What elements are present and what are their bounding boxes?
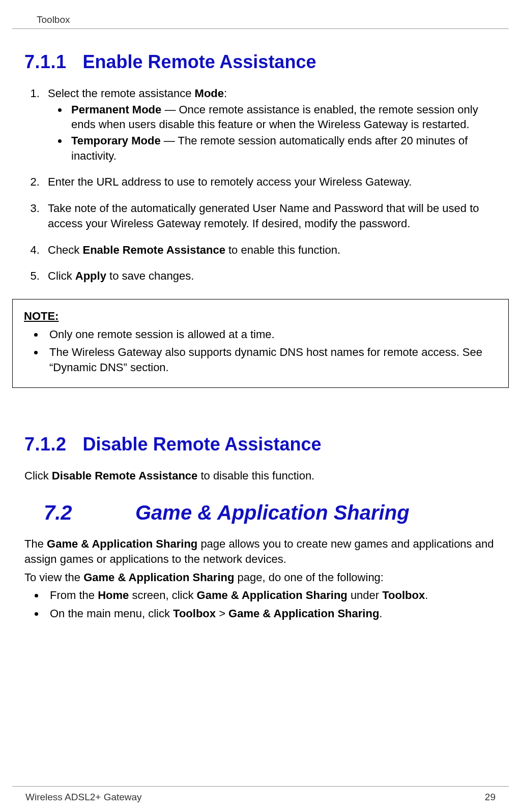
text: Select the remote assistance xyxy=(48,87,195,100)
text: Check xyxy=(48,244,82,256)
gas-bold: Game & Application Sharing xyxy=(197,589,348,602)
enable-remote-bold: Enable Remote Assistance xyxy=(82,244,225,256)
page-content: 7.1.1Enable Remote Assistance Select the… xyxy=(0,29,521,284)
gas-bold: Game & Application Sharing xyxy=(47,537,197,550)
note-box: NOTE: Only one remote session is allowed… xyxy=(12,299,509,388)
text: . xyxy=(425,589,428,602)
text: To view the xyxy=(24,571,83,584)
mode-bullets: Permanent Mode — Once remote assistance … xyxy=(68,102,497,164)
text: Click xyxy=(24,469,52,482)
footer-page-number: 29 xyxy=(485,792,496,803)
page-footer: Wireless ADSL2+ Gateway 29 xyxy=(12,786,509,803)
note-item-1: Only one remote session is allowed at a … xyxy=(44,327,497,342)
text: to save changes. xyxy=(106,269,194,282)
note-list: Only one remote session is allowed at a … xyxy=(44,327,497,375)
gas-bold: Game & Application Sharing xyxy=(83,571,234,584)
text: to enable this function. xyxy=(225,244,340,256)
note-heading: NOTE: xyxy=(24,309,497,324)
section-number: 7.1.1 xyxy=(24,51,67,72)
permanent-mode-label: Permanent Mode xyxy=(71,103,161,116)
step-4: Check Enable Remote Assistance to enable… xyxy=(43,243,497,258)
footer-product: Wireless ADSL2+ Gateway xyxy=(25,792,142,803)
section-72-list: From the Home screen, click Game & Appli… xyxy=(45,588,497,621)
toolbox-bold: Toolbox xyxy=(382,589,425,602)
list-item: From the Home screen, click Game & Appli… xyxy=(45,588,497,603)
page-header: Toolbox xyxy=(12,0,509,29)
section-72-p1: The Game & Application Sharing page allo… xyxy=(24,536,497,566)
text: screen, click xyxy=(129,589,196,602)
text: . xyxy=(379,607,382,620)
text: under xyxy=(348,589,383,602)
text: : xyxy=(224,87,227,100)
disable-remote-bold: Disable Remote Assistance xyxy=(52,469,198,482)
list-item: On the main menu, click Toolbox > Game &… xyxy=(45,606,497,621)
section-title: Disable Remote Assistance xyxy=(83,434,322,455)
home-bold: Home xyxy=(98,589,129,602)
step-3: Take note of the automatically generated… xyxy=(43,201,497,231)
header-title: Toolbox xyxy=(37,14,70,25)
section-711-steps: Select the remote assistance Mode: Perma… xyxy=(43,86,497,284)
mode-bold: Mode xyxy=(195,87,224,100)
permanent-mode-item: Permanent Mode — Once remote assistance … xyxy=(68,102,497,132)
section-title: Game & Application Sharing xyxy=(135,501,410,524)
text: to disable this function. xyxy=(197,469,314,482)
gas-bold: Game & Application Sharing xyxy=(228,607,379,620)
step-1: Select the remote assistance Mode: Perma… xyxy=(43,86,497,163)
temporary-mode-item: Temporary Mode — The remote session auto… xyxy=(68,133,497,163)
text: The xyxy=(24,537,47,550)
section-72-heading: 7.2Game & Application Sharing xyxy=(44,501,497,524)
text: From the xyxy=(50,589,98,602)
text: page, do one of the following: xyxy=(234,571,384,584)
apply-bold: Apply xyxy=(75,269,106,282)
section-number: 7.1.2 xyxy=(24,434,67,455)
note-item-2: The Wireless Gateway also supports dynam… xyxy=(44,345,497,375)
section-712-heading: 7.1.2Disable Remote Assistance xyxy=(24,434,497,455)
section-title: Enable Remote Assistance xyxy=(83,51,316,72)
temporary-mode-label: Temporary Mode xyxy=(71,134,161,147)
toolbox-bold: Toolbox xyxy=(173,607,216,620)
step-2: Enter the URL address to use to remotely… xyxy=(43,174,497,190)
text: On the main menu, click xyxy=(50,607,173,620)
text: > xyxy=(216,607,228,620)
section-712: 7.1.2Disable Remote Assistance Click Dis… xyxy=(0,411,521,621)
text: Click xyxy=(48,269,75,282)
section-number: 7.2 xyxy=(44,501,135,524)
section-712-paragraph: Click Disable Remote Assistance to disab… xyxy=(24,468,497,484)
section-72-p2: To view the Game & Application Sharing p… xyxy=(24,570,497,585)
step-5: Click Apply to save changes. xyxy=(43,268,497,284)
section-711-heading: 7.1.1Enable Remote Assistance xyxy=(24,51,497,73)
